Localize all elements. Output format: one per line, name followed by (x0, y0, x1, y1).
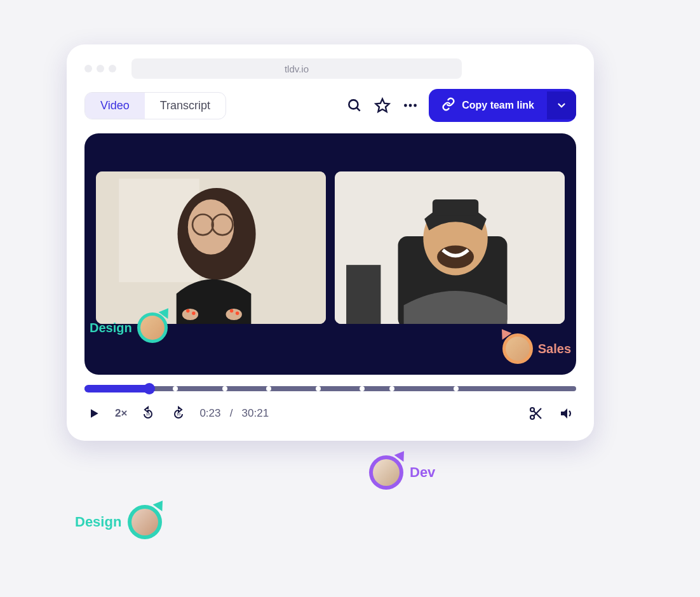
search-icon[interactable] (345, 96, 364, 115)
url-text: tldv.io (285, 64, 309, 74)
cursor-avatar-sales (502, 333, 533, 364)
traffic-light-close[interactable] (84, 65, 92, 72)
svg-point-17 (236, 311, 239, 314)
svg-text:10: 10 (177, 412, 181, 416)
star-icon[interactable] (373, 96, 392, 115)
svg-point-28 (530, 415, 534, 419)
copy-team-link-dropdown[interactable] (547, 91, 576, 119)
svg-point-14 (186, 309, 189, 312)
volume-icon[interactable] (557, 404, 576, 423)
time-total: 30:21 (242, 407, 269, 419)
svg-line-1 (357, 107, 360, 111)
cursor-label-design-2: Design (75, 514, 121, 530)
cursor-tag-design-2: Design (75, 505, 162, 539)
timeline-marker[interactable] (316, 386, 321, 391)
timeline-fill (84, 385, 149, 392)
svg-text:10: 10 (146, 412, 151, 416)
timeline-marker[interactable] (222, 386, 227, 391)
cursor-label-dev: Dev (410, 464, 435, 481)
svg-marker-24 (91, 409, 98, 417)
more-icon[interactable] (401, 96, 420, 115)
svg-point-12 (182, 309, 198, 320)
browser-chrome: tldv.io (84, 58, 576, 79)
playback-speed[interactable]: 2× (115, 407, 127, 420)
timeline-marker[interactable] (454, 386, 459, 391)
link-icon (441, 97, 455, 114)
tab-transcript[interactable]: Transcript (145, 93, 225, 119)
svg-rect-20 (346, 265, 380, 324)
traffic-light-minimize[interactable] (97, 65, 104, 72)
time-current: 0:23 (199, 407, 220, 419)
timeline-marker[interactable] (389, 386, 394, 391)
timeline[interactable] (84, 385, 576, 392)
svg-marker-31 (561, 408, 567, 419)
copy-team-link-button: Copy team link (429, 89, 576, 122)
view-tabs: Video Transcript (84, 92, 226, 119)
scissors-icon[interactable] (527, 404, 546, 423)
cursor-label-sales: Sales (538, 342, 571, 356)
copy-team-link-label: Copy team link (462, 100, 534, 111)
svg-point-16 (230, 309, 233, 312)
player-controls: 2× 10 10 0:23 / 30:21 (84, 404, 576, 423)
video-participant-1 (96, 171, 326, 324)
cursor-avatar-dev (369, 455, 403, 490)
time-display: 0:23 / 30:21 (199, 407, 269, 420)
svg-point-0 (349, 100, 358, 109)
timeline-track (84, 386, 576, 391)
svg-marker-2 (376, 99, 389, 112)
timeline-thumb[interactable] (144, 383, 155, 394)
copy-team-link-main[interactable]: Copy team link (429, 89, 547, 122)
time-separator: / (230, 407, 233, 419)
cursor-avatar-design-2 (128, 505, 162, 539)
svg-point-15 (192, 311, 195, 314)
cursor-tag-dev: Dev (369, 455, 435, 490)
traffic-light-zoom[interactable] (109, 65, 116, 72)
toolbar: Video Transcript Copy team link (84, 89, 576, 122)
address-bar[interactable]: tldv.io (131, 58, 462, 79)
svg-point-13 (226, 309, 242, 320)
cursor-tag-sales: Sales (502, 333, 571, 364)
svg-point-3 (404, 104, 407, 107)
rewind-10-icon[interactable]: 10 (138, 404, 158, 423)
play-icon[interactable] (84, 404, 104, 423)
video-participant-2 (335, 171, 565, 324)
browser-window: tldv.io Video Transcript Copy team link (67, 44, 594, 441)
traffic-lights (84, 65, 116, 72)
forward-10-icon[interactable]: 10 (169, 404, 188, 423)
tab-video[interactable]: Video (85, 93, 145, 119)
svg-point-4 (409, 104, 412, 107)
svg-point-5 (414, 104, 417, 107)
svg-point-9 (188, 199, 234, 255)
svg-point-27 (530, 408, 534, 412)
video-area: Design Sales (84, 133, 576, 375)
svg-rect-22 (433, 199, 478, 215)
